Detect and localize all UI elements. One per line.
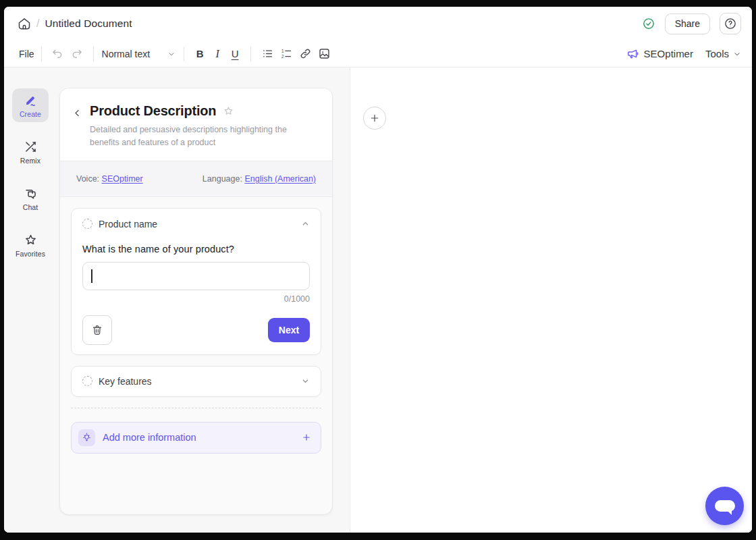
titlebar: / Untitled Document Share xyxy=(4,7,752,40)
field-question: What is the name of your product? xyxy=(82,244,310,254)
lightbulb-icon xyxy=(78,429,95,446)
chevron-down-icon xyxy=(167,50,176,58)
file-menu[interactable]: File xyxy=(19,49,34,59)
sidebar-item-label: Chat xyxy=(23,203,38,211)
key-features-section[interactable]: Key features xyxy=(71,366,321,397)
field-title: Key features xyxy=(99,376,152,387)
left-sidebar: Create Remix Chat xyxy=(4,68,57,533)
text-caret xyxy=(91,269,92,283)
favorite-star-icon[interactable] xyxy=(223,105,234,117)
support-chat-button[interactable] xyxy=(705,487,744,525)
bold-button[interactable]: B xyxy=(191,45,209,63)
trash-icon xyxy=(90,323,104,337)
undo-button[interactable] xyxy=(49,45,68,63)
editor-toolbar: File Normal text B I U xyxy=(4,40,752,68)
link-icon xyxy=(299,47,312,60)
voice-label: Voice: xyxy=(76,174,99,184)
image-button[interactable] xyxy=(315,45,333,63)
paragraph-style-select[interactable]: Normal text xyxy=(102,49,176,59)
brand-voice-button[interactable]: SEOptimer xyxy=(626,47,693,60)
voice-setting: Voice: SEOptimer xyxy=(76,174,143,184)
sidebar-item-chat[interactable]: Chat xyxy=(12,182,49,215)
saved-check-icon xyxy=(642,17,655,30)
add-block-button[interactable] xyxy=(363,107,386,130)
redo-icon xyxy=(70,47,83,60)
template-panel: Product Description Detailed and persuas… xyxy=(57,68,350,533)
home-button[interactable] xyxy=(15,14,34,33)
voice-link[interactable]: SEOptimer xyxy=(102,174,143,184)
product-name-input[interactable] xyxy=(82,262,310,290)
bullet-list-button[interactable] xyxy=(258,45,277,63)
sidebar-item-label: Remix xyxy=(20,157,40,165)
numbered-list-icon: 1 2 xyxy=(280,47,293,60)
template-description: Detailed and persuasive descriptions hig… xyxy=(90,124,313,150)
chevron-left-icon xyxy=(72,108,82,118)
home-icon xyxy=(17,16,32,31)
product-name-header[interactable]: Product name xyxy=(82,219,310,230)
field-title: Product name xyxy=(99,219,157,230)
brand-label: SEOptimer xyxy=(644,48,693,59)
chevron-down-icon[interactable] xyxy=(301,377,310,385)
language-label: Language: xyxy=(202,174,242,184)
language-link[interactable]: English (American) xyxy=(244,174,316,184)
redo-button[interactable] xyxy=(68,45,86,63)
svg-text:1: 1 xyxy=(281,49,284,53)
progress-circle-icon xyxy=(82,376,92,386)
help-button[interactable] xyxy=(720,13,741,34)
delete-button[interactable] xyxy=(82,315,112,345)
underline-button[interactable]: U xyxy=(226,45,244,63)
sidebar-item-label: Create xyxy=(20,110,41,118)
language-setting: Language: English (American) xyxy=(202,174,316,184)
tools-label: Tools xyxy=(705,48,729,59)
tools-menu[interactable]: Tools xyxy=(705,48,741,59)
italic-button[interactable]: I xyxy=(209,45,226,63)
app-window: / Untitled Document Share xyxy=(4,7,752,533)
sidebar-item-create[interactable]: Create xyxy=(12,88,49,122)
content-area: Create Remix Chat xyxy=(4,68,752,533)
chevron-up-icon[interactable] xyxy=(301,219,310,228)
dashed-divider xyxy=(71,408,321,408)
star-icon xyxy=(24,233,38,247)
share-button[interactable]: Share xyxy=(665,14,710,34)
next-button[interactable]: Next xyxy=(268,318,310,342)
plus-icon xyxy=(369,113,380,124)
sidebar-item-remix[interactable]: Remix xyxy=(12,135,49,169)
numbered-list-button[interactable]: 1 2 xyxy=(277,45,296,63)
pen-icon xyxy=(24,93,38,107)
megaphone-icon xyxy=(626,47,639,60)
undo-icon xyxy=(51,47,64,60)
add-more-label: Add more information xyxy=(103,432,196,443)
paragraph-style-value: Normal text xyxy=(102,49,151,59)
bullet-list-icon xyxy=(261,47,274,60)
chevron-down-icon xyxy=(733,50,741,58)
product-name-section: Product name What is the name of your pr… xyxy=(71,208,321,355)
document-title[interactable]: Untitled Document xyxy=(45,18,132,30)
shuffle-icon xyxy=(24,140,38,154)
back-button[interactable] xyxy=(70,105,84,121)
voice-language-bar: Voice: SEOptimer Language: English (Amer… xyxy=(60,161,332,197)
document-canvas[interactable] xyxy=(350,68,752,533)
svg-text:2: 2 xyxy=(281,54,284,59)
template-form: Product name What is the name of your pr… xyxy=(60,197,332,514)
char-counter: 0/1000 xyxy=(82,294,310,304)
sidebar-item-label: Favorites xyxy=(16,250,45,258)
chat-bubble-icon xyxy=(715,500,735,512)
template-card: Product Description Detailed and persuas… xyxy=(59,88,333,515)
chat-bubbles-icon xyxy=(24,186,38,200)
progress-circle-icon xyxy=(82,219,92,229)
image-icon xyxy=(318,47,331,60)
add-more-information-button[interactable]: Add more information xyxy=(71,422,321,454)
help-icon xyxy=(724,17,737,30)
template-title: Product Description xyxy=(90,103,216,119)
template-header: Product Description Detailed and persuas… xyxy=(60,88,332,161)
plus-icon xyxy=(302,433,311,442)
breadcrumb-separator: / xyxy=(36,18,39,30)
sidebar-item-favorites[interactable]: Favorites xyxy=(12,228,49,262)
link-button[interactable] xyxy=(296,45,315,63)
